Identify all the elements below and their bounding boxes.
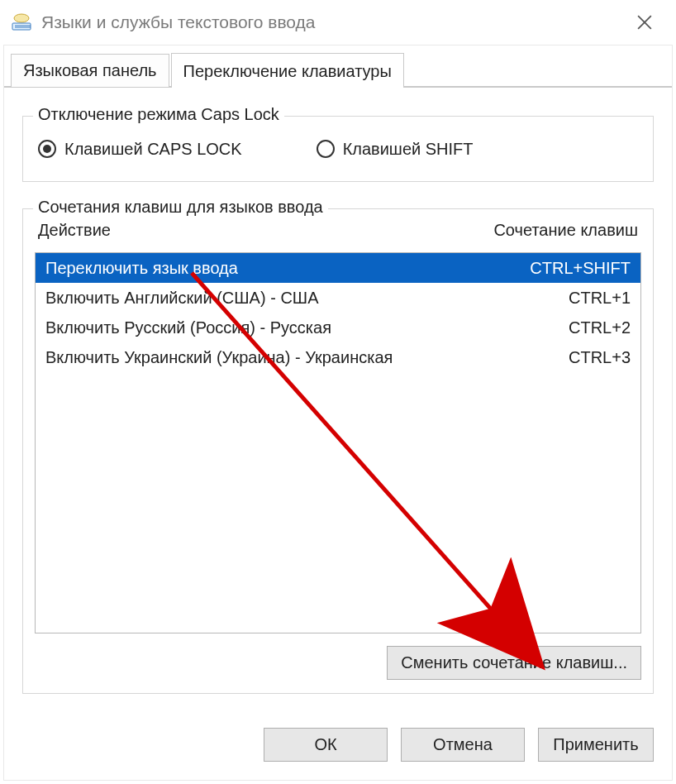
list-row[interactable]: Включить Украинский (Украина) - Украинск… [36,342,640,372]
title-bar: Языки и службы текстового ввода [0,0,676,45]
radio-capslock-key[interactable]: Клавишей CAPS LOCK [38,140,242,159]
list-row[interactable]: Включить Русский (Россия) - Русская CTRL… [36,313,640,342]
row-action: Включить Русский (Россия) - Русская [45,316,552,339]
cancel-button[interactable]: Отмена [401,728,525,762]
window-title: Языки и службы текстового ввода [41,12,618,32]
tab-language-bar[interactable]: Языковая панель [11,54,169,87]
row-action: Переключить язык ввода [45,256,513,280]
row-shortcut: CTRL+SHIFT [513,256,631,280]
tab-keyboard-switch[interactable]: Переключение клавиатуры [171,53,404,88]
app-icon [10,12,33,32]
row-action: Включить Английский (США) - США [45,286,552,309]
groupbox-capslock: Отключение режима Caps Lock Клавишей CAP… [22,116,654,182]
dialog-window: Языки и службы текстового ввода Языковая… [0,0,676,784]
ok-button[interactable]: ОК [264,728,388,762]
column-action: Действие [38,221,111,240]
row-shortcut: CTRL+2 [552,316,631,339]
dialog-buttons: ОК Отмена Применить [264,728,654,762]
row-shortcut: CTRL+3 [552,346,631,369]
radio-icon [317,140,335,158]
column-shortcut: Сочетание клавиш [493,221,638,240]
radio-label: Клавишей CAPS LOCK [64,140,242,159]
list-row[interactable]: Включить Английский (США) - США CTRL+1 [36,283,640,313]
radio-label: Клавишей SHIFT [343,140,474,159]
close-button[interactable] [618,2,671,42]
tab-page: Отключение режима Caps Lock Клавишей CAP… [4,87,672,780]
change-hotkey-button[interactable]: Сменить сочетание клавиш... [387,646,641,680]
tab-strip: Языковая панель Переключение клавиатуры [4,45,672,87]
groupbox-capslock-legend: Отключение режима Caps Lock [33,105,284,124]
row-action: Включить Украинский (Украина) - Украинск… [45,346,552,369]
radio-icon [38,140,56,158]
groupbox-hotkeys-legend: Сочетания клавиш для языков ввода [33,198,328,217]
hotkeys-list[interactable]: Переключить язык ввода CTRL+SHIFT Включи… [35,252,641,633]
radio-shift-key[interactable]: Клавишей SHIFT [317,140,474,159]
row-shortcut: CTRL+1 [552,286,631,309]
client-area: Языковая панель Переключение клавиатуры … [3,45,673,781]
apply-button[interactable]: Применить [538,728,654,762]
close-icon [637,15,652,30]
groupbox-hotkeys: Сочетания клавиш для языков ввода Действ… [22,208,654,694]
svg-rect-1 [12,23,31,30]
list-row[interactable]: Переключить язык ввода CTRL+SHIFT [36,253,640,283]
svg-point-0 [14,14,29,22]
